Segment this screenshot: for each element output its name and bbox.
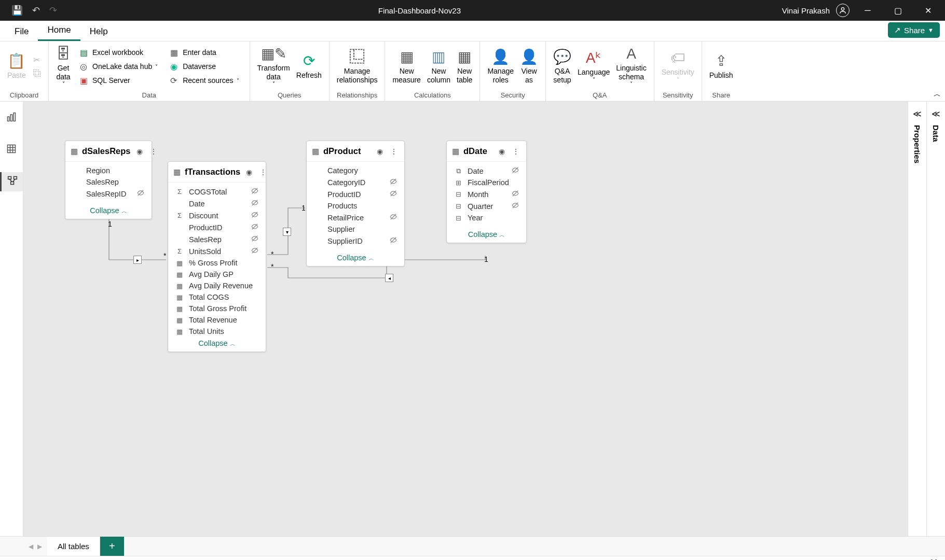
table-field[interactable]: SupplierID: [307, 235, 404, 247]
more-options-icon[interactable]: ⋮: [148, 147, 159, 156]
table-field[interactable]: SalesRep: [65, 176, 152, 188]
svg-rect-9: [8, 177, 11, 179]
excel-workbook-button[interactable]: ▤Excel workbook: [78, 46, 160, 59]
view-as-button[interactable]: 👤Viewas: [517, 44, 541, 89]
table-field[interactable]: ▦% Gross Profit: [168, 257, 266, 269]
table-field[interactable]: ⊟Year: [447, 212, 526, 223]
enter-data-button[interactable]: ▦Enter data: [168, 46, 241, 59]
table-field[interactable]: Supplier: [307, 223, 404, 235]
get-data-button[interactable]: 🗄 Getdata ˅: [53, 44, 74, 89]
table-field[interactable]: ⊟Quarter: [447, 200, 526, 212]
publish-button[interactable]: ⇪Publish: [706, 44, 736, 89]
visibility-icon[interactable]: ◉: [497, 147, 506, 156]
add-tab-button[interactable]: +: [100, 537, 124, 556]
table-field[interactable]: ProductID: [307, 188, 404, 200]
more-options-icon[interactable]: ⋮: [258, 168, 268, 176]
new-column-button[interactable]: ▥Newcolumn: [424, 44, 454, 89]
cardinality-many: *: [270, 250, 275, 258]
cut-icon[interactable]: ✂: [33, 55, 42, 65]
dataverse-button[interactable]: ◉Dataverse: [168, 60, 241, 73]
table-field[interactable]: ΣCOGSTotal: [168, 186, 266, 198]
group-label-share: Share: [702, 91, 741, 101]
maximize-icon[interactable]: ▢: [886, 6, 910, 16]
chevron-down-icon: ▼: [928, 27, 934, 33]
table-field[interactable]: ⧉Date: [447, 165, 526, 177]
linguistic-schema-button[interactable]: ALinguisticschema˅: [613, 44, 649, 89]
new-table-button[interactable]: ▦Newtable: [454, 44, 475, 89]
minimize-icon[interactable]: ─: [856, 6, 880, 15]
table-field[interactable]: CategoryID: [307, 176, 404, 188]
model-view-icon[interactable]: [0, 172, 23, 191]
svg-point-0: [841, 8, 844, 10]
table-field[interactable]: ProductID: [168, 221, 266, 233]
table-field[interactable]: ▦Total Revenue: [168, 314, 266, 326]
table-dproduct[interactable]: ▦ dProduct ◉ ⋮ CategoryCategoryIDProduct…: [306, 141, 405, 267]
tab-file[interactable]: File: [5, 22, 38, 41]
visibility-icon[interactable]: ◉: [244, 168, 254, 176]
table-field[interactable]: Region: [65, 165, 152, 176]
manage-relationships-button[interactable]: ⿺Managerelationships: [334, 44, 381, 89]
onelake-hub-button[interactable]: ◎OneLake data hub ˅: [78, 60, 160, 73]
properties-panel[interactable]: ≪ Properties: [908, 102, 926, 536]
more-options-icon[interactable]: ⋮: [389, 147, 399, 156]
model-canvas[interactable]: 1 * ▸ * 1 ▾ * 1 ◂ ▦ dSalesReps ◉ ⋮ Regio…: [23, 102, 908, 536]
table-field[interactable]: SalesRep: [168, 233, 266, 245]
manage-roles-button[interactable]: 👤Manageroles: [484, 44, 517, 89]
collapse-button[interactable]: Collapse ︿: [65, 203, 152, 219]
new-measure-button[interactable]: ▦Newmeasure: [389, 44, 423, 89]
field-type-icon: ▦: [175, 259, 184, 267]
refresh-button[interactable]: ⟳Refresh: [293, 44, 325, 89]
table-field[interactable]: ▦Total Gross Profit: [168, 303, 266, 314]
data-panel[interactable]: ≪ Data: [926, 102, 945, 536]
close-icon[interactable]: ✕: [916, 6, 940, 16]
table-field[interactable]: SalesRepID: [65, 188, 152, 200]
qa-setup-button[interactable]: 💬Q&Asetup: [550, 44, 574, 89]
table-field[interactable]: ΣDiscount: [168, 209, 266, 221]
reset-zoom-icon[interactable]: ⟳: [916, 558, 923, 561]
table-field[interactable]: ΣUnitsSold: [168, 245, 266, 257]
table-field[interactable]: Category: [307, 165, 404, 176]
more-options-icon[interactable]: ⋮: [511, 147, 521, 156]
collapse-button[interactable]: Collapse ︿: [447, 227, 526, 243]
expand-panel-icon[interactable]: ≪: [932, 109, 940, 119]
redo-icon[interactable]: ↷: [49, 5, 57, 16]
table-field[interactable]: Products: [307, 200, 404, 212]
language-button[interactable]: AᵏLanguage˅: [574, 44, 613, 89]
table-field[interactable]: RetailPrice: [307, 212, 404, 223]
user-avatar-icon[interactable]: [836, 4, 850, 17]
visibility-icon[interactable]: ◉: [375, 147, 385, 156]
sql-server-button[interactable]: ▣SQL Server: [78, 74, 160, 87]
table-ftransactions[interactable]: ▦ fTransactions ◉ ⋮ ΣCOGSTotalDateΣDisco…: [168, 161, 266, 352]
table-field[interactable]: ⊞FiscalPeriod: [447, 177, 526, 188]
recent-sources-button[interactable]: ⟳Recent sources ˅: [168, 74, 241, 87]
table-ddate[interactable]: ▦ dDate ◉ ⋮ ⧉Date⊞FiscalPeriod⊟Month⊟Qua…: [446, 141, 527, 243]
cardinality-many: *: [162, 251, 167, 260]
share-button[interactable]: ↗ Share ▼: [888, 22, 940, 38]
table-field[interactable]: ▦Total COGS: [168, 291, 266, 303]
table-field[interactable]: ▦Avg Daily Revenue: [168, 280, 266, 291]
report-view-icon[interactable]: [0, 109, 23, 128]
undo-icon[interactable]: ↶: [32, 5, 40, 16]
tab-all-tables[interactable]: All tables: [47, 537, 100, 556]
data-view-icon[interactable]: [0, 141, 23, 160]
copy-icon[interactable]: ⿻: [33, 69, 42, 78]
next-tab-icon[interactable]: ▶: [37, 543, 42, 550]
hidden-icon: [390, 213, 397, 222]
visibility-icon[interactable]: ◉: [135, 147, 144, 156]
table-dsalesreps[interactable]: ▦ dSalesReps ◉ ⋮ RegionSalesRepSalesRepI…: [65, 141, 152, 219]
field-type-icon: Σ: [175, 212, 184, 219]
save-icon[interactable]: 💾: [11, 5, 23, 16]
table-field[interactable]: ▦Total Units: [168, 326, 266, 335]
expand-panel-icon[interactable]: ≪: [913, 109, 922, 119]
collapse-button[interactable]: Collapse ︿: [307, 250, 404, 266]
tab-help[interactable]: Help: [80, 22, 117, 41]
tab-home[interactable]: Home: [38, 21, 80, 41]
table-field[interactable]: Date: [168, 198, 266, 209]
language-icon: Aᵏ: [586, 50, 602, 66]
table-field[interactable]: ⊟Month: [447, 188, 526, 200]
prev-tab-icon[interactable]: ◀: [29, 543, 33, 550]
ribbon-collapse-icon[interactable]: ︿: [934, 90, 941, 99]
collapse-button[interactable]: Collapse ︿: [168, 335, 266, 352]
table-field[interactable]: ▦Avg Daily GP: [168, 269, 266, 280]
transform-data-button[interactable]: ▦✎Transformdata˅: [254, 44, 293, 89]
